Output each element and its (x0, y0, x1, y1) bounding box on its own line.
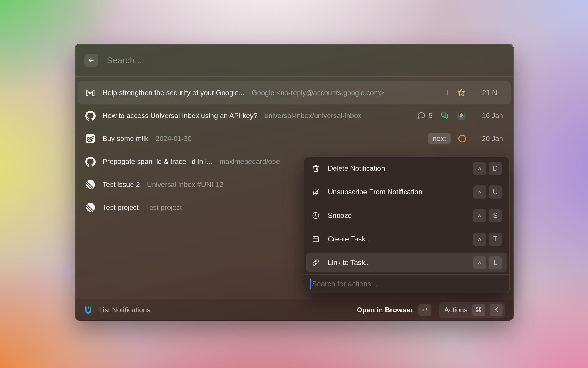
notification-title: Help strengthen the security of your Goo… (103, 89, 245, 97)
back-button[interactable] (84, 54, 98, 67)
key-ctrl: ^ (473, 233, 486, 246)
notification-title: How to access Universal Inbox using an A… (103, 112, 258, 120)
project-tag: next (428, 133, 451, 144)
open-in-browser-button[interactable]: Open in Browser ↵ (357, 304, 431, 316)
open-in-browser-label: Open in Browser (357, 306, 413, 314)
actions-search-input[interactable]: Search for actions... (312, 280, 377, 288)
key-ctrl: ^ (473, 209, 486, 222)
menu-item-label: Link to Task... (328, 258, 371, 267)
arrow-left-icon (88, 57, 95, 64)
linear-icon (85, 202, 96, 213)
notification-date: 21 N... (474, 89, 503, 97)
menu-item-label: Unsubscribe From Notification (328, 188, 422, 196)
command-name: List Notifications (99, 306, 151, 314)
menu-item-snooze[interactable]: Snooze ^ S (306, 206, 507, 225)
k-key: K (490, 304, 503, 316)
key-ctrl: ^ (473, 162, 486, 175)
notification-subtitle: maximebedard/ope (220, 158, 280, 166)
search-input[interactable]: Search... (107, 55, 142, 65)
list-item-github-1[interactable]: How to access Universal Inbox using an A… (78, 104, 511, 127)
footer-bar: List Notifications Open in Browser ↵ Act… (75, 299, 514, 320)
clock-icon (311, 211, 320, 220)
link-icon (311, 258, 320, 267)
github-icon (85, 110, 96, 121)
list-item-gmail[interactable]: Help strengthen the security of your Goo… (78, 81, 511, 104)
list-item-todoist[interactable]: Buy some milk 2024-01-30 next 20 Jan (78, 127, 511, 150)
key-ctrl: ^ (473, 256, 486, 269)
menu-item-create-task[interactable]: Create Task... ^ T (306, 230, 507, 248)
notification-date: 20 Jan (474, 135, 503, 143)
bell-slash-icon (311, 188, 320, 196)
important-icon: ! (446, 88, 449, 97)
command-key: ⌘ (472, 304, 485, 316)
enter-key: ↵ (418, 304, 431, 316)
menu-item-label: Snooze (328, 211, 352, 220)
priority-circle-icon (458, 135, 466, 142)
notification-subtitle: Google <no-reply@accounts.google.com> (252, 89, 384, 97)
calendar-icon (311, 235, 320, 243)
menu-item-label: Create Task... (328, 235, 371, 243)
key-ctrl: ^ (473, 185, 486, 199)
notification-date: 16 Jan (474, 112, 503, 120)
notification-title: Test issue 2 (103, 180, 140, 189)
actions-menu: Delete Notification ^ D Unsu (304, 157, 510, 293)
comment-icon (417, 111, 426, 120)
menu-item-delete-notification[interactable]: Delete Notification ^ D (306, 159, 507, 178)
key-s: S (489, 209, 502, 222)
notification-subtitle: universal-inbox/universal-inbox (265, 112, 362, 120)
menu-item-unsubscribe[interactable]: Unsubscribe From Notification ^ U (306, 183, 507, 201)
star-icon (457, 88, 466, 97)
notification-title: Test project (103, 203, 139, 212)
key-t: T (489, 233, 502, 246)
menu-item-label: Delete Notification (328, 164, 385, 173)
notification-title: Buy some milk (103, 135, 148, 143)
notification-title: Propagate span_id & trace_id in l... (103, 158, 213, 166)
menu-item-link-to-task[interactable]: Link to Task... ^ L (306, 253, 507, 272)
comment-count: 5 (429, 112, 432, 120)
avatar (457, 111, 466, 120)
notification-subtitle: Universal inbox #UNI-12 (147, 180, 223, 189)
actions-button[interactable]: Actions ⌘ K (439, 302, 505, 318)
notification-subtitle: 2024-01-30 (156, 135, 192, 143)
notification-subtitle: Test project (146, 203, 182, 212)
linear-icon (85, 179, 96, 190)
actions-search[interactable]: Search for actions... (304, 274, 510, 293)
launcher-window: Search... Help strengthen the security o… (75, 44, 514, 320)
universal-inbox-logo (84, 306, 93, 314)
chat-bubbles-icon (440, 111, 449, 120)
key-l: L (489, 256, 502, 269)
text-cursor (310, 279, 311, 289)
todoist-icon (85, 133, 96, 144)
actions-button-label: Actions (444, 306, 467, 314)
key-d: D (489, 162, 502, 175)
search-bar: Search... (75, 44, 514, 77)
github-icon (85, 156, 96, 167)
key-u: U (489, 185, 502, 199)
trash-icon (311, 164, 320, 173)
gmail-icon (85, 87, 96, 98)
